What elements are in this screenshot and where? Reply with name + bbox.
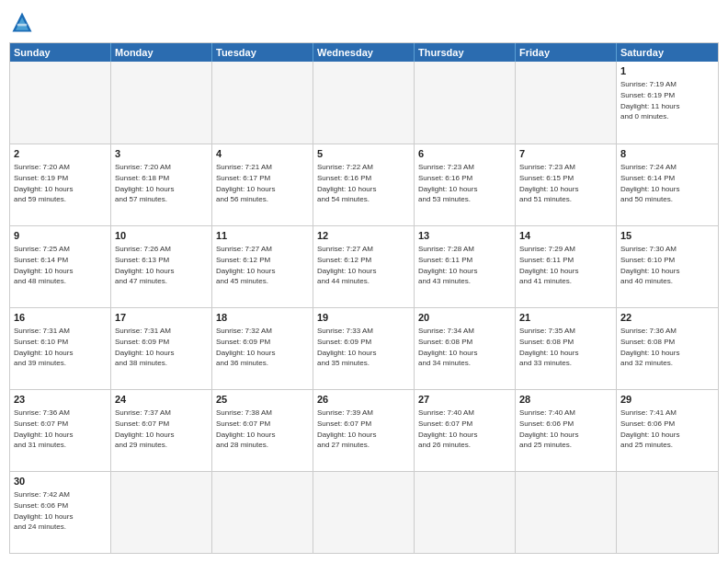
- calendar-cell: [212, 472, 313, 553]
- calendar-cell: 5Sunrise: 7:22 AM Sunset: 6:16 PM Daylig…: [313, 144, 415, 225]
- day-info: Sunrise: 7:31 AM Sunset: 6:09 PM Dayligh…: [115, 326, 208, 368]
- header: [9, 9, 719, 35]
- day-number: 5: [317, 147, 410, 161]
- day-number: 2: [14, 147, 107, 161]
- calendar-cell: 8Sunrise: 7:24 AM Sunset: 6:14 PM Daylig…: [617, 144, 718, 225]
- day-number: 28: [519, 393, 612, 407]
- weekday-header: Thursday: [415, 43, 516, 62]
- generalblue-logo-icon: [9, 9, 35, 35]
- calendar-cell: 22Sunrise: 7:36 AM Sunset: 6:08 PM Dayli…: [617, 308, 718, 389]
- day-info: Sunrise: 7:28 AM Sunset: 6:11 PM Dayligh…: [418, 244, 511, 286]
- calendar-cell: 19Sunrise: 7:33 AM Sunset: 6:09 PM Dayli…: [313, 308, 415, 389]
- day-info: Sunrise: 7:22 AM Sunset: 6:16 PM Dayligh…: [317, 162, 410, 204]
- calendar-cell: 12Sunrise: 7:27 AM Sunset: 6:12 PM Dayli…: [313, 226, 415, 307]
- weekday-header: Monday: [111, 43, 212, 62]
- day-number: 10: [115, 229, 208, 243]
- calendar-cell: 18Sunrise: 7:32 AM Sunset: 6:09 PM Dayli…: [212, 308, 313, 389]
- day-number: 9: [14, 229, 107, 243]
- day-number: 23: [14, 393, 107, 407]
- day-number: 19: [317, 311, 410, 325]
- weekday-header: Sunday: [10, 43, 111, 62]
- day-number: 7: [519, 147, 612, 161]
- day-info: Sunrise: 7:39 AM Sunset: 6:07 PM Dayligh…: [317, 408, 410, 450]
- calendar-cell: 25Sunrise: 7:38 AM Sunset: 6:07 PM Dayli…: [212, 390, 313, 471]
- calendar-cell: 23Sunrise: 7:36 AM Sunset: 6:07 PM Dayli…: [10, 390, 111, 471]
- day-info: Sunrise: 7:37 AM Sunset: 6:07 PM Dayligh…: [115, 408, 208, 450]
- calendar-row: 30Sunrise: 7:42 AM Sunset: 6:06 PM Dayli…: [10, 471, 718, 553]
- day-info: Sunrise: 7:34 AM Sunset: 6:08 PM Dayligh…: [418, 326, 511, 368]
- calendar-row: 1Sunrise: 7:19 AM Sunset: 6:19 PM Daylig…: [10, 62, 718, 144]
- weekday-header: Tuesday: [212, 43, 313, 62]
- day-info: Sunrise: 7:21 AM Sunset: 6:17 PM Dayligh…: [216, 162, 309, 204]
- day-number: 20: [418, 311, 511, 325]
- day-info: Sunrise: 7:35 AM Sunset: 6:08 PM Dayligh…: [519, 326, 612, 368]
- calendar-cell: [313, 472, 415, 553]
- calendar-cell: 17Sunrise: 7:31 AM Sunset: 6:09 PM Dayli…: [111, 308, 212, 389]
- calendar-cell: 14Sunrise: 7:29 AM Sunset: 6:11 PM Dayli…: [516, 226, 617, 307]
- calendar-page: SundayMondayTuesdayWednesdayThursdayFrid…: [0, 0, 728, 563]
- day-info: Sunrise: 7:20 AM Sunset: 6:19 PM Dayligh…: [14, 162, 107, 204]
- day-number: 14: [519, 229, 612, 243]
- day-info: Sunrise: 7:31 AM Sunset: 6:10 PM Dayligh…: [14, 326, 107, 368]
- day-info: Sunrise: 7:40 AM Sunset: 6:07 PM Dayligh…: [418, 408, 511, 450]
- calendar-cell: 27Sunrise: 7:40 AM Sunset: 6:07 PM Dayli…: [415, 390, 516, 471]
- calendar-row: 23Sunrise: 7:36 AM Sunset: 6:07 PM Dayli…: [10, 389, 718, 471]
- calendar-cell: 1Sunrise: 7:19 AM Sunset: 6:19 PM Daylig…: [617, 62, 718, 144]
- day-info: Sunrise: 7:23 AM Sunset: 6:16 PM Dayligh…: [418, 162, 511, 204]
- day-info: Sunrise: 7:40 AM Sunset: 6:06 PM Dayligh…: [519, 408, 612, 450]
- day-number: 17: [115, 311, 208, 325]
- day-info: Sunrise: 7:19 AM Sunset: 6:19 PM Dayligh…: [620, 79, 714, 121]
- weekday-header: Wednesday: [313, 43, 415, 62]
- calendar-cell: 20Sunrise: 7:34 AM Sunset: 6:08 PM Dayli…: [415, 308, 516, 389]
- day-number: 15: [620, 229, 714, 243]
- calendar-cell: 30Sunrise: 7:42 AM Sunset: 6:06 PM Dayli…: [10, 472, 111, 553]
- calendar-cell: 13Sunrise: 7:28 AM Sunset: 6:11 PM Dayli…: [415, 226, 516, 307]
- calendar-cell: 7Sunrise: 7:23 AM Sunset: 6:15 PM Daylig…: [516, 144, 617, 225]
- day-number: 16: [14, 311, 107, 325]
- calendar-cell: 9Sunrise: 7:25 AM Sunset: 6:14 PM Daylig…: [10, 226, 111, 307]
- day-number: 12: [317, 229, 410, 243]
- day-info: Sunrise: 7:26 AM Sunset: 6:13 PM Dayligh…: [115, 244, 208, 286]
- calendar-cell: [516, 472, 617, 553]
- day-info: Sunrise: 7:32 AM Sunset: 6:09 PM Dayligh…: [216, 326, 309, 368]
- calendar-cell: 6Sunrise: 7:23 AM Sunset: 6:16 PM Daylig…: [415, 144, 516, 225]
- day-info: Sunrise: 7:33 AM Sunset: 6:09 PM Dayligh…: [317, 326, 410, 368]
- day-number: 1: [620, 64, 714, 78]
- weekday-header: Saturday: [617, 43, 718, 62]
- day-number: 25: [216, 393, 309, 407]
- day-number: 26: [317, 393, 410, 407]
- day-number: 27: [418, 393, 511, 407]
- day-info: Sunrise: 7:20 AM Sunset: 6:18 PM Dayligh…: [115, 162, 208, 204]
- calendar-cell: 26Sunrise: 7:39 AM Sunset: 6:07 PM Dayli…: [313, 390, 415, 471]
- day-number: 30: [14, 475, 107, 488]
- day-info: Sunrise: 7:36 AM Sunset: 6:07 PM Dayligh…: [14, 408, 107, 450]
- calendar-cell: [313, 62, 415, 144]
- day-info: Sunrise: 7:41 AM Sunset: 6:06 PM Dayligh…: [620, 408, 714, 450]
- day-info: Sunrise: 7:27 AM Sunset: 6:12 PM Dayligh…: [216, 244, 309, 286]
- calendar-cell: [415, 62, 516, 144]
- calendar-header: SundayMondayTuesdayWednesdayThursdayFrid…: [10, 43, 718, 62]
- calendar-cell: 29Sunrise: 7:41 AM Sunset: 6:06 PM Dayli…: [617, 390, 718, 471]
- calendar-cell: 28Sunrise: 7:40 AM Sunset: 6:06 PM Dayli…: [516, 390, 617, 471]
- calendar-cell: 21Sunrise: 7:35 AM Sunset: 6:08 PM Dayli…: [516, 308, 617, 389]
- calendar-cell: [212, 62, 313, 144]
- day-info: Sunrise: 7:24 AM Sunset: 6:14 PM Dayligh…: [620, 162, 714, 204]
- calendar-cell: 10Sunrise: 7:26 AM Sunset: 6:13 PM Dayli…: [111, 226, 212, 307]
- day-number: 8: [620, 147, 714, 161]
- calendar-cell: [516, 62, 617, 144]
- calendar-cell: 11Sunrise: 7:27 AM Sunset: 6:12 PM Dayli…: [212, 226, 313, 307]
- calendar-cell: [10, 62, 111, 144]
- calendar-cell: [111, 62, 212, 144]
- day-info: Sunrise: 7:30 AM Sunset: 6:10 PM Dayligh…: [620, 244, 714, 286]
- day-number: 11: [216, 229, 309, 243]
- calendar-cell: 4Sunrise: 7:21 AM Sunset: 6:17 PM Daylig…: [212, 144, 313, 225]
- calendar-cell: [415, 472, 516, 553]
- calendar-cell: [617, 472, 718, 553]
- day-number: 29: [620, 393, 714, 407]
- calendar-cell: 16Sunrise: 7:31 AM Sunset: 6:10 PM Dayli…: [10, 308, 111, 389]
- day-info: Sunrise: 7:36 AM Sunset: 6:08 PM Dayligh…: [620, 326, 714, 368]
- calendar-body: 1Sunrise: 7:19 AM Sunset: 6:19 PM Daylig…: [10, 62, 718, 553]
- day-number: 3: [115, 147, 208, 161]
- calendar-cell: 3Sunrise: 7:20 AM Sunset: 6:18 PM Daylig…: [111, 144, 212, 225]
- weekday-header: Friday: [516, 43, 617, 62]
